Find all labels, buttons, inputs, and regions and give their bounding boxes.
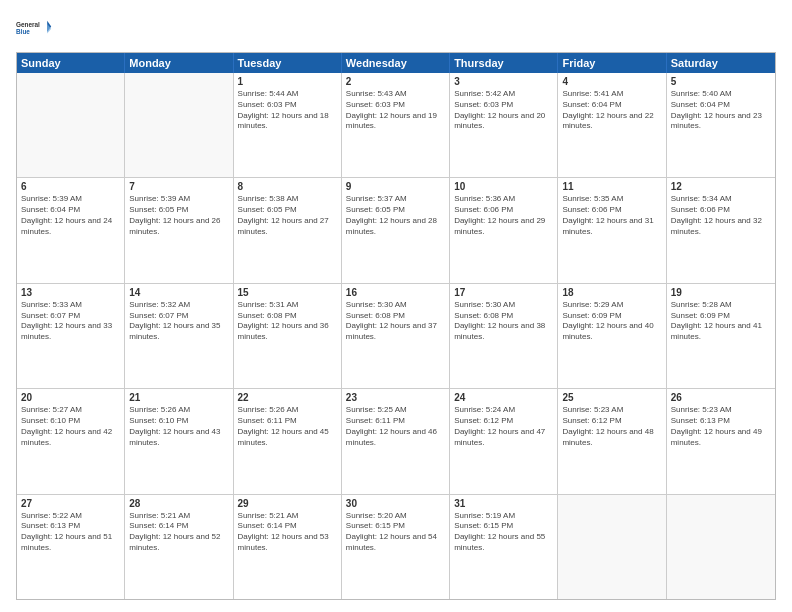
day-number: 19: [671, 287, 771, 298]
cal-cell: 16Sunrise: 5:30 AMSunset: 6:08 PMDayligh…: [342, 284, 450, 388]
cell-info: Sunrise: 5:39 AMSunset: 6:04 PMDaylight:…: [21, 194, 120, 237]
cell-info: Sunrise: 5:37 AMSunset: 6:05 PMDaylight:…: [346, 194, 445, 237]
cal-cell: 15Sunrise: 5:31 AMSunset: 6:08 PMDayligh…: [234, 284, 342, 388]
day-number: 12: [671, 181, 771, 192]
cell-info: Sunrise: 5:42 AMSunset: 6:03 PMDaylight:…: [454, 89, 553, 132]
cal-cell: [558, 495, 666, 599]
day-number: 25: [562, 392, 661, 403]
day-number: 1: [238, 76, 337, 87]
day-number: 23: [346, 392, 445, 403]
cell-info: Sunrise: 5:35 AMSunset: 6:06 PMDaylight:…: [562, 194, 661, 237]
day-number: 5: [671, 76, 771, 87]
cal-cell: 29Sunrise: 5:21 AMSunset: 6:14 PMDayligh…: [234, 495, 342, 599]
cal-cell: 5Sunrise: 5:40 AMSunset: 6:04 PMDaylight…: [667, 73, 775, 177]
page: General Blue SundayMondayTuesdayWednesda…: [0, 0, 792, 612]
cal-cell: 3Sunrise: 5:42 AMSunset: 6:03 PMDaylight…: [450, 73, 558, 177]
cal-cell: 4Sunrise: 5:41 AMSunset: 6:04 PMDaylight…: [558, 73, 666, 177]
cell-info: Sunrise: 5:20 AMSunset: 6:15 PMDaylight:…: [346, 511, 445, 554]
day-number: 24: [454, 392, 553, 403]
cal-cell: 11Sunrise: 5:35 AMSunset: 6:06 PMDayligh…: [558, 178, 666, 282]
cal-cell: 1Sunrise: 5:44 AMSunset: 6:03 PMDaylight…: [234, 73, 342, 177]
cell-info: Sunrise: 5:19 AMSunset: 6:15 PMDaylight:…: [454, 511, 553, 554]
day-number: 20: [21, 392, 120, 403]
cell-info: Sunrise: 5:26 AMSunset: 6:10 PMDaylight:…: [129, 405, 228, 448]
header: General Blue: [16, 12, 776, 44]
cell-info: Sunrise: 5:21 AMSunset: 6:14 PMDaylight:…: [129, 511, 228, 554]
day-number: 9: [346, 181, 445, 192]
cell-info: Sunrise: 5:29 AMSunset: 6:09 PMDaylight:…: [562, 300, 661, 343]
cal-cell: [17, 73, 125, 177]
calendar: SundayMondayTuesdayWednesdayThursdayFrid…: [16, 52, 776, 600]
cell-info: Sunrise: 5:28 AMSunset: 6:09 PMDaylight:…: [671, 300, 771, 343]
cell-info: Sunrise: 5:30 AMSunset: 6:08 PMDaylight:…: [454, 300, 553, 343]
week-row-1: 1Sunrise: 5:44 AMSunset: 6:03 PMDaylight…: [17, 73, 775, 178]
cal-cell: 24Sunrise: 5:24 AMSunset: 6:12 PMDayligh…: [450, 389, 558, 493]
cal-cell: 30Sunrise: 5:20 AMSunset: 6:15 PMDayligh…: [342, 495, 450, 599]
cal-cell: 12Sunrise: 5:34 AMSunset: 6:06 PMDayligh…: [667, 178, 775, 282]
cell-info: Sunrise: 5:34 AMSunset: 6:06 PMDaylight:…: [671, 194, 771, 237]
day-number: 27: [21, 498, 120, 509]
day-number: 6: [21, 181, 120, 192]
cell-info: Sunrise: 5:30 AMSunset: 6:08 PMDaylight:…: [346, 300, 445, 343]
week-row-2: 6Sunrise: 5:39 AMSunset: 6:04 PMDaylight…: [17, 178, 775, 283]
cal-cell: 6Sunrise: 5:39 AMSunset: 6:04 PMDaylight…: [17, 178, 125, 282]
cal-cell: 27Sunrise: 5:22 AMSunset: 6:13 PMDayligh…: [17, 495, 125, 599]
cell-info: Sunrise: 5:25 AMSunset: 6:11 PMDaylight:…: [346, 405, 445, 448]
cal-cell: 23Sunrise: 5:25 AMSunset: 6:11 PMDayligh…: [342, 389, 450, 493]
day-number: 13: [21, 287, 120, 298]
cell-info: Sunrise: 5:23 AMSunset: 6:12 PMDaylight:…: [562, 405, 661, 448]
cell-info: Sunrise: 5:40 AMSunset: 6:04 PMDaylight:…: [671, 89, 771, 132]
cal-cell: 20Sunrise: 5:27 AMSunset: 6:10 PMDayligh…: [17, 389, 125, 493]
cal-cell: 31Sunrise: 5:19 AMSunset: 6:15 PMDayligh…: [450, 495, 558, 599]
day-number: 3: [454, 76, 553, 87]
day-number: 18: [562, 287, 661, 298]
cal-cell: 19Sunrise: 5:28 AMSunset: 6:09 PMDayligh…: [667, 284, 775, 388]
day-number: 17: [454, 287, 553, 298]
cal-cell: 13Sunrise: 5:33 AMSunset: 6:07 PMDayligh…: [17, 284, 125, 388]
header-day-saturday: Saturday: [667, 53, 775, 73]
cell-info: Sunrise: 5:21 AMSunset: 6:14 PMDaylight:…: [238, 511, 337, 554]
day-number: 21: [129, 392, 228, 403]
logo: General Blue: [16, 12, 52, 44]
cal-cell: 21Sunrise: 5:26 AMSunset: 6:10 PMDayligh…: [125, 389, 233, 493]
cell-info: Sunrise: 5:44 AMSunset: 6:03 PMDaylight:…: [238, 89, 337, 132]
cell-info: Sunrise: 5:31 AMSunset: 6:08 PMDaylight:…: [238, 300, 337, 343]
cal-cell: 18Sunrise: 5:29 AMSunset: 6:09 PMDayligh…: [558, 284, 666, 388]
cal-cell: 8Sunrise: 5:38 AMSunset: 6:05 PMDaylight…: [234, 178, 342, 282]
svg-text:Blue: Blue: [16, 28, 30, 35]
cell-info: Sunrise: 5:23 AMSunset: 6:13 PMDaylight:…: [671, 405, 771, 448]
week-row-3: 13Sunrise: 5:33 AMSunset: 6:07 PMDayligh…: [17, 284, 775, 389]
day-number: 30: [346, 498, 445, 509]
cell-info: Sunrise: 5:27 AMSunset: 6:10 PMDaylight:…: [21, 405, 120, 448]
cal-cell: 2Sunrise: 5:43 AMSunset: 6:03 PMDaylight…: [342, 73, 450, 177]
cell-info: Sunrise: 5:26 AMSunset: 6:11 PMDaylight:…: [238, 405, 337, 448]
cal-cell: [667, 495, 775, 599]
day-number: 26: [671, 392, 771, 403]
cell-info: Sunrise: 5:43 AMSunset: 6:03 PMDaylight:…: [346, 89, 445, 132]
header-day-wednesday: Wednesday: [342, 53, 450, 73]
cal-cell: 28Sunrise: 5:21 AMSunset: 6:14 PMDayligh…: [125, 495, 233, 599]
cell-info: Sunrise: 5:24 AMSunset: 6:12 PMDaylight:…: [454, 405, 553, 448]
header-day-sunday: Sunday: [17, 53, 125, 73]
header-day-friday: Friday: [558, 53, 666, 73]
week-row-4: 20Sunrise: 5:27 AMSunset: 6:10 PMDayligh…: [17, 389, 775, 494]
cell-info: Sunrise: 5:38 AMSunset: 6:05 PMDaylight:…: [238, 194, 337, 237]
cal-cell: 26Sunrise: 5:23 AMSunset: 6:13 PMDayligh…: [667, 389, 775, 493]
calendar-body: 1Sunrise: 5:44 AMSunset: 6:03 PMDaylight…: [17, 73, 775, 599]
day-number: 28: [129, 498, 228, 509]
cal-cell: 7Sunrise: 5:39 AMSunset: 6:05 PMDaylight…: [125, 178, 233, 282]
day-number: 8: [238, 181, 337, 192]
day-number: 2: [346, 76, 445, 87]
header-day-monday: Monday: [125, 53, 233, 73]
cal-cell: [125, 73, 233, 177]
calendar-header: SundayMondayTuesdayWednesdayThursdayFrid…: [17, 53, 775, 73]
week-row-5: 27Sunrise: 5:22 AMSunset: 6:13 PMDayligh…: [17, 495, 775, 599]
day-number: 15: [238, 287, 337, 298]
day-number: 14: [129, 287, 228, 298]
header-day-thursday: Thursday: [450, 53, 558, 73]
day-number: 7: [129, 181, 228, 192]
day-number: 10: [454, 181, 553, 192]
cell-info: Sunrise: 5:41 AMSunset: 6:04 PMDaylight:…: [562, 89, 661, 132]
day-number: 11: [562, 181, 661, 192]
day-number: 4: [562, 76, 661, 87]
